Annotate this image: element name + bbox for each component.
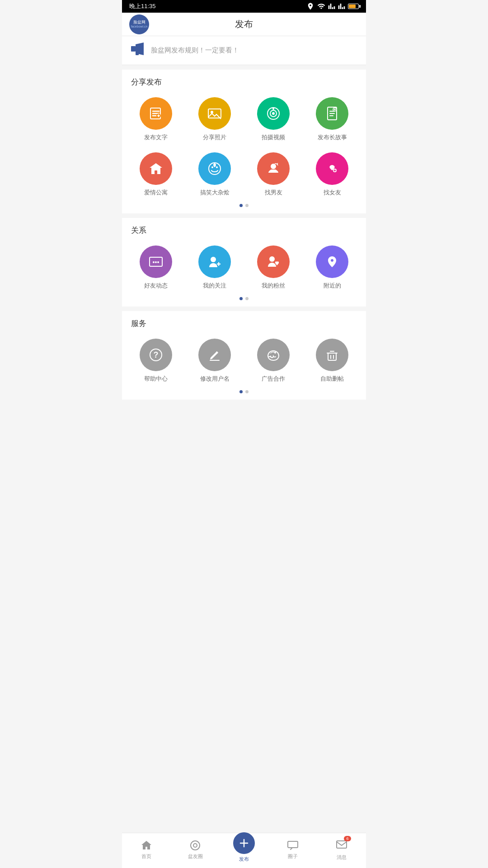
self-delete-label: 自助删帖 [320,375,344,383]
share-photo-label: 分享照片 [203,133,226,142]
publish-text-icon [140,97,172,130]
share-section: 分享发布 发布文字 分享照片 [122,70,366,213]
nearby-label: 附近的 [324,282,341,290]
dot-inactive2 [245,297,249,300]
nearby-icon [316,245,348,278]
share-photo-item[interactable]: 分享照片 [185,94,244,145]
battery-icon [348,4,359,9]
ad-coop-item[interactable]: 广告合作 [244,335,303,387]
app-logo[interactable]: 脸盆网 facebowl.cn [129,14,149,34]
help-icon: ? [140,339,172,371]
svg-point-15 [211,166,213,168]
apartment-item[interactable]: 爱情公寓 [127,149,185,200]
ad-coop-icon [257,339,290,371]
logo-sub: facebowl.cn [131,25,148,28]
svg-point-16 [216,166,218,168]
announcement-icon [131,42,145,58]
service-section: 服务 ? 帮助中心 修改用户名 [122,311,366,400]
my-fans-label: 我的粉丝 [262,282,285,290]
find-girlfriend-label: 找女友 [324,189,341,197]
dot-active [239,204,243,207]
find-girlfriend-icon [316,152,348,185]
funny-icon [198,152,231,185]
change-username-label: 修改用户名 [200,375,230,383]
share-grid: 发布文字 分享照片 拍摄视频 [122,94,366,200]
alarm-icon [306,2,314,10]
service-dots [122,387,366,395]
dot-inactive3 [245,390,249,393]
dot-active2 [239,297,243,300]
svg-point-23 [269,256,275,262]
share-photo-icon [198,97,231,130]
help-item[interactable]: ? 帮助中心 [127,335,185,387]
svg-rect-28 [328,353,336,360]
status-bar: 晚上11:35 [122,0,366,13]
svg-point-27 [274,352,276,354]
ad-coop-label: 广告合作 [262,375,285,383]
funny-item[interactable]: 搞笑大杂烩 [185,149,244,200]
svg-rect-10 [272,107,274,110]
record-video-item[interactable]: 拍摄视频 [244,94,303,145]
record-video-label: 拍摄视频 [262,133,285,142]
find-boyfriend-item[interactable]: 找男友 [244,149,303,200]
svg-point-21 [157,261,159,263]
announcement-text: 脸盆网发布规则！一定要看！ [151,46,239,55]
svg-rect-13 [155,170,157,174]
relation-grid: 好友动态 我的关注 我的粉丝 [122,242,366,293]
publish-text-item[interactable]: 发布文字 [127,94,185,145]
status-time: 晚上11:35 [129,2,156,10]
wifi-icon [317,2,325,10]
relation-dots [122,293,366,302]
long-story-item[interactable]: 发布长故事 [303,94,361,145]
nearby-item[interactable]: 附近的 [303,242,361,293]
service-grid: ? 帮助中心 修改用户名 [122,335,366,387]
long-story-icon [316,97,348,130]
help-label: 帮助中心 [144,375,168,383]
relation-section: 关系 好友动态 我的关注 [122,218,366,307]
relation-section-title: 关系 [122,225,366,242]
apartment-label: 爱情公寓 [144,189,168,197]
my-follow-item[interactable]: 我的关注 [185,242,244,293]
svg-point-9 [272,112,275,115]
friends-feed-label: 好友动态 [144,282,168,290]
dot-inactive [245,204,249,207]
share-dots [122,200,366,209]
service-section-title: 服务 [122,318,366,335]
find-girlfriend-item[interactable]: 找女友 [303,149,361,200]
svg-text:?: ? [154,350,159,359]
svg-point-19 [153,261,155,263]
my-follow-label: 我的关注 [203,282,226,290]
share-section-title: 分享发布 [122,77,366,94]
change-username-item[interactable]: 修改用户名 [185,335,244,387]
svg-rect-2 [136,52,139,55]
announcement-bar[interactable]: 脸盆网发布规则！一定要看！ [122,36,366,65]
friends-feed-item[interactable]: 好友动态 [127,242,185,293]
status-icons [306,2,359,10]
my-follow-icon [198,245,231,278]
long-story-label: 发布长故事 [318,133,347,142]
self-delete-icon [316,339,348,371]
funny-label: 搞笑大杂烩 [200,189,230,197]
svg-rect-0 [131,46,136,52]
page-title: 发布 [235,18,253,30]
logo-text: 脸盆网 [133,20,145,25]
change-username-icon [198,339,231,371]
signal-icon [328,3,335,10]
apartment-icon [140,152,172,185]
my-fans-icon [257,245,290,278]
friends-feed-icon [140,245,172,278]
find-boyfriend-icon [257,152,290,185]
header: 脸盆网 facebowl.cn 发布 [122,13,366,36]
svg-point-22 [211,257,216,262]
self-delete-item[interactable]: 自助删帖 [303,335,361,387]
signal2-icon [338,3,345,10]
find-boyfriend-label: 找男友 [265,189,282,197]
record-video-icon [257,97,290,130]
svg-point-20 [155,261,157,263]
my-fans-item[interactable]: 我的粉丝 [244,242,303,293]
svg-point-17 [271,164,276,169]
publish-text-label: 发布文字 [144,133,168,142]
dot-active3 [239,390,243,393]
